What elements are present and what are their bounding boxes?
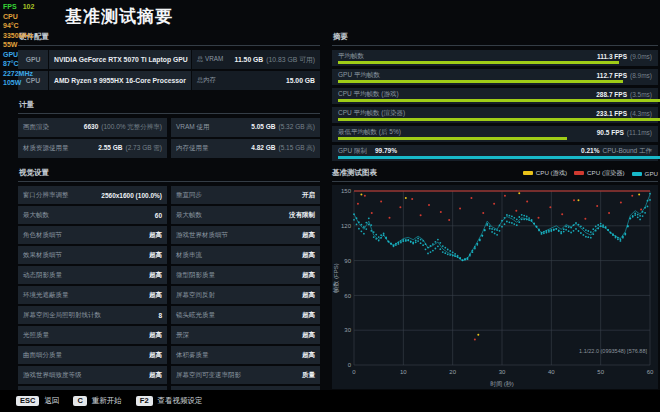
gpu-fps-dot [600,225,602,227]
metric-label: 画面渲染 [23,123,49,132]
gpu-fps-dot [627,225,629,227]
gpu-bound-value: 99.79% [375,147,397,154]
gpu-fps-dot [361,230,363,232]
gpu-fps-dot [479,239,481,241]
gpu-fps-dot [390,242,392,244]
gpu-fps-dot [513,217,515,219]
gpu-fps-dot [575,222,577,224]
setting-row: 窗口分辨率调整2560x1600 (100.0%) [18,186,167,204]
osd-fps-row: FPS102 [3,2,34,12]
key-c-button[interactable]: C [73,396,86,407]
hardware-spec-value: 15.00 GB [286,77,315,84]
gpu-fps-dot [361,224,363,226]
summary-label: CPU 平均帧数 (渲染器) [338,109,405,118]
gpu-fps-dot [496,229,498,231]
cpu-renderer-dot [428,204,430,206]
gpu-fps-dot [521,218,523,220]
y-tick-label: 0 [348,362,352,368]
gpu-fps-dot [595,226,597,228]
right-column: 摘要 平均帧数111.3 FPS(9.0ms)GPU 平均帧数112.7 FPS… [332,30,658,389]
gpu-fps-dot [415,241,417,243]
gpu-fps-dot [439,248,441,250]
chart-title: 基准测试图表 [332,168,377,178]
setting-row: 体积雾质量超高 [171,346,320,364]
section-hardware-title: 硬件配置 [18,30,320,46]
gpu-fps-dot [523,215,525,217]
gpu-fps-dot [356,217,358,219]
benchmark-summary-screen: FPS102 CPU 94°C 3350MHz 55W GPU 87°C 227… [0,0,660,412]
gpu-fps-dot [620,238,622,240]
gpu-fps-dot [494,233,496,235]
key-action-label: 返回 [44,396,59,406]
section-summary-title: 摘要 [332,30,658,46]
footer-bar: ESC返回C重新开始F2查看视频设定 [0,390,660,412]
gpu-fps-dot [518,216,520,218]
gpu-fps-dot [548,230,550,232]
setting-label: 角色材质细节 [23,231,62,240]
gpu-fps-dot [435,241,437,243]
gpu-fps-dot [585,229,587,231]
hardware-row: CPUAMD Ryzen 9 9955HX 16-Core Processor总… [18,71,320,90]
hardware-row: GPUNVIDIA GeForce RTX 5070 Ti Laptop GPU… [18,50,320,69]
gpu-fps-dot [615,235,617,237]
gpu-fps-dot [624,233,626,235]
gpu-fps-dot [570,227,572,229]
fps-bar [338,99,660,102]
gpu-fps-dot [370,230,372,232]
setting-value: 超高 [149,271,162,280]
gpu-fps-dot [612,233,614,235]
gpu-fps-dot [486,224,488,226]
hardware-name: NVIDIA GeForce RTX 5070 Ti Laptop GPU [49,50,191,69]
gpu-fps-dot [484,230,486,232]
gpu-fps-dot [417,240,419,242]
summary-value: 112.7 FPS(8.9ms) [597,72,652,79]
key-f2-button[interactable]: F2 [136,396,153,407]
gpu-fps-dot [375,234,377,236]
x-tick-label: 30 [499,369,506,375]
cpu-renderer-dot [459,207,461,209]
setting-value: 超高 [302,351,315,360]
key-action-label: 重新开始 [92,396,122,406]
setting-label: 最大帧数 [176,211,202,220]
fps-bar [338,137,567,140]
gpu-fps-dot [378,240,380,242]
gpu-fps-dot [620,240,622,242]
chart-header: 基准测试图表 CPU (游戏)CPU (渲染器)GPU [332,168,658,182]
key-esc-button[interactable]: ESC [16,396,39,407]
gpu-fps-dot [607,229,609,231]
gpu-fps-dot [504,217,506,219]
osd-fps-value: 102 [23,3,35,10]
legend-swatch [523,171,533,175]
setting-value: 60 [155,212,162,219]
setting-value: 超高 [302,231,315,240]
gpu-fps-dot [600,223,602,225]
gpu-fps-dot [454,253,456,255]
gpu-fps-dot [647,206,649,208]
metric-row: 内存使用量4.82 GB(5.15 GB 高) [171,139,320,158]
value-text: 11.50 GB [235,56,264,63]
setting-row: 最大帧数60 [18,206,167,224]
y-tick-label: 90 [344,258,351,264]
setting-label: 窗口分辨率调整 [23,191,69,200]
gpu-fps-dot [504,223,506,225]
gpu-fps-dot [634,214,636,216]
setting-label: 材质串流 [176,251,202,260]
osd-gpu-clock: 2272MHz [3,69,34,79]
gpu-fps-dot [383,234,385,236]
cpu-renderer-dot [640,209,642,211]
gpu-fps-dot [602,224,604,226]
gpu-fps-dot [454,255,456,257]
gpu-fps-dot [536,226,538,228]
gpu-fps-dot [494,229,496,231]
gpu-fps-dot [449,254,451,256]
gpu-fps-dot [585,236,587,238]
gpu-fps-dot [639,219,641,221]
cpu-renderer-dot [596,205,598,207]
setting-label: 镜头眩光质量 [176,311,215,320]
setting-value: 超高 [302,311,315,320]
summary-rows: 平均帧数111.3 FPS(9.0ms)GPU 平均帧数112.7 FPS(8.… [332,50,658,142]
gpu-fps-dot [523,218,525,220]
setting-value: 8 [158,312,162,319]
value-text: 6630 [84,123,98,130]
cpu-renderer-dot [549,206,551,208]
